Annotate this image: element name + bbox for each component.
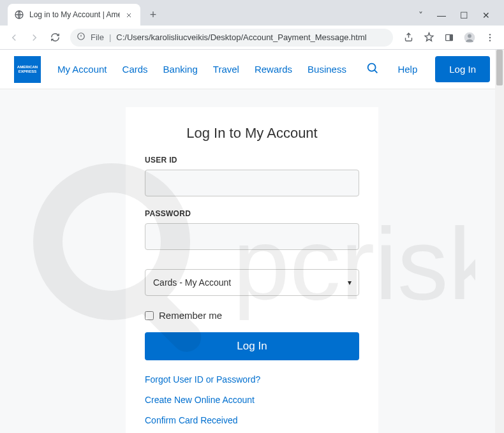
share-icon[interactable] — [399, 29, 417, 47]
remember-checkbox[interactable] — [145, 311, 154, 320]
bookmark-icon[interactable] — [420, 29, 438, 47]
destination-select[interactable]: Cards - My Account — [145, 269, 359, 296]
remember-me[interactable]: Remember me — [145, 310, 359, 321]
link-forgot[interactable]: Forgot User ID or Password? — [145, 374, 359, 385]
nav-cards[interactable]: Cards — [122, 64, 148, 75]
address-scheme: File — [91, 33, 104, 42]
header-login-button[interactable]: Log In — [435, 56, 490, 82]
svg-point-7 — [489, 36, 491, 38]
close-window-icon[interactable]: ✕ — [482, 10, 490, 20]
nav-rewards[interactable]: Rewards — [255, 64, 292, 75]
search-icon[interactable] — [366, 61, 380, 78]
chevron-down-icon[interactable]: ˅ — [419, 10, 423, 20]
address-bar[interactable]: File | C:/Users/karolisliucveikis/Deskto… — [70, 29, 393, 47]
nav-travel[interactable]: Travel — [213, 64, 239, 75]
password-input[interactable] — [145, 223, 359, 250]
back-button[interactable] — [5, 29, 23, 47]
browser-tab-strip: Log in to My Account | American… + ˅ ― ☐… — [0, 0, 504, 26]
link-create-account[interactable]: Create New Online Account — [145, 395, 359, 405]
new-tab-button[interactable]: + — [144, 6, 162, 24]
tab-title: Log in to My Account | American… — [29, 10, 120, 19]
maximize-icon[interactable]: ☐ — [460, 10, 468, 20]
globe-icon — [14, 10, 24, 20]
svg-point-9 — [368, 63, 376, 71]
help-links: Forgot User ID or Password? Create New O… — [145, 374, 359, 433]
scrollbar[interactable] — [495, 50, 504, 433]
svg-point-5 — [468, 34, 471, 38]
svg-point-6 — [489, 34, 491, 35]
userid-label: USER ID — [145, 156, 359, 165]
minimize-icon[interactable]: ― — [437, 10, 446, 20]
svg-point-8 — [489, 40, 491, 41]
reload-button[interactable] — [46, 29, 64, 47]
browser-tab[interactable]: Log in to My Account | American… — [8, 4, 140, 26]
primary-nav: My Account Cards Banking Travel Rewards … — [57, 64, 346, 75]
browser-toolbar: File | C:/Users/karolisliucveikis/Deskto… — [0, 26, 504, 50]
nav-business[interactable]: Business — [308, 64, 346, 75]
window-controls: ˅ ― ☐ ✕ — [419, 10, 499, 26]
help-link[interactable]: Help — [397, 64, 417, 75]
menu-icon[interactable] — [481, 29, 499, 47]
remember-label: Remember me — [159, 310, 222, 321]
link-confirm-card[interactable]: Confirm Card Received — [145, 415, 359, 425]
login-submit-button[interactable]: Log In — [145, 332, 359, 360]
password-label: PASSWORD — [145, 209, 359, 218]
scrollbar-thumb[interactable] — [496, 50, 503, 85]
close-icon[interactable] — [125, 10, 134, 19]
address-separator: | — [109, 33, 111, 42]
file-icon — [77, 32, 85, 43]
profile-icon[interactable] — [461, 29, 478, 47]
card-title: Log In to My Account — [145, 125, 359, 142]
forward-button[interactable] — [26, 29, 43, 47]
amex-logo[interactable]: AMERICAN EXPRESS — [14, 56, 41, 83]
panel-icon[interactable] — [440, 29, 458, 47]
nav-banking[interactable]: Banking — [163, 64, 198, 75]
site-header: AMERICAN EXPRESS My Account Cards Bankin… — [0, 50, 504, 89]
login-card: Log In to My Account USER ID PASSWORD Ca… — [126, 107, 378, 433]
nav-my-account[interactable]: My Account — [57, 64, 107, 75]
address-path: C:/Users/karolisliucveikis/Desktop/Accou… — [116, 33, 387, 42]
userid-input[interactable] — [145, 170, 359, 196]
svg-rect-3 — [450, 34, 453, 40]
page-viewport: AMERICAN EXPRESS My Account Cards Bankin… — [0, 50, 504, 433]
